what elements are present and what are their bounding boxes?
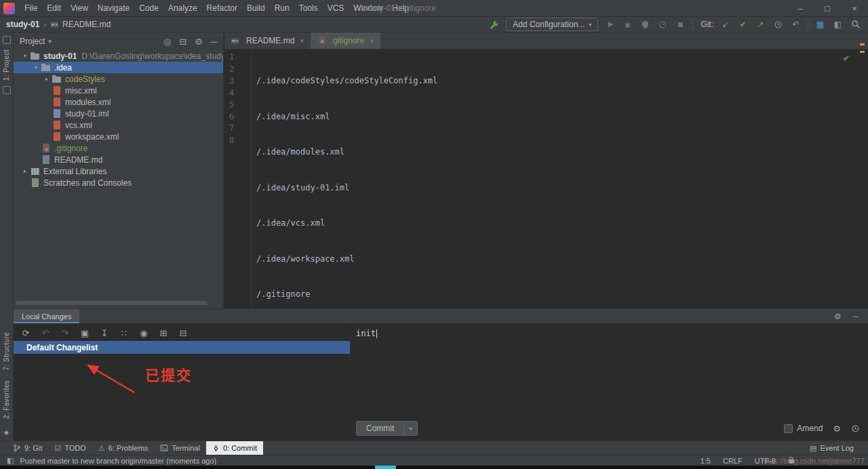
tree-item-external-libraries[interactable]: ▸ External Libraries [14,165,223,177]
project-panel-title[interactable]: Project [20,37,45,46]
stop-icon[interactable] [675,19,686,30]
encoding-indicator[interactable]: UTF-8 [755,457,776,465]
commit-button[interactable]: Commit [356,421,404,436]
tab-readme[interactable]: README.md × [224,33,311,49]
rollback-icon[interactable]: ↶ [790,19,802,30]
breadcrumb-project[interactable]: study-01 [6,20,39,29]
tree-item-readme[interactable]: README.md [14,154,223,165]
hide-panel-icon[interactable]: ─ [852,312,859,321]
commit-toolwindow-icon[interactable] [3,86,11,94]
tree-item-study-01-iml[interactable]: study-01.iml [14,108,223,119]
sidebar-item-favorites[interactable]: 2: Favorites [3,380,10,419]
close-icon[interactable]: × [370,37,374,45]
chevron-right-icon[interactable]: ▸ [42,76,52,82]
menu-vcs[interactable]: VCS [323,0,349,17]
toolbtn-git[interactable]: 9: Git [7,441,48,455]
menu-view[interactable]: View [66,0,93,17]
left-tool-stripe: 1: Project 7: Structure 2: Favorites ★ [0,33,14,441]
close-button[interactable]: × [841,0,868,17]
editor-tab-bar: README.md × .gitignore × [224,33,868,49]
menu-run[interactable]: Run [270,0,294,17]
search-icon[interactable] [850,19,861,30]
add-configuration-button[interactable]: Add Configuration... ▾ [506,18,598,31]
project-structure-icon[interactable]: ▦ [814,19,826,30]
git-update-icon[interactable]: ↙ [719,19,731,30]
git-commit-icon[interactable]: ✔ [737,19,749,30]
menu-tools[interactable]: Tools [294,0,323,17]
lock-icon[interactable] [788,456,795,466]
sidebar-item-structure[interactable]: 7: Structure [3,332,10,371]
gear-icon[interactable]: ⚙ [195,37,203,47]
menu-build[interactable]: Build [242,0,270,17]
toolbtn-terminal[interactable]: Terminal [154,441,206,455]
menu-refactor[interactable]: Refactor [202,0,242,17]
tree-item-workspace-xml[interactable]: workspace.xml [14,131,223,142]
toolbtn-event-log[interactable]: ▤ Event Log [804,441,860,455]
default-changelist-row[interactable]: Default Changelist [14,341,350,354]
toolwindow-toggle-icon[interactable]: ◧ [7,456,14,465]
preview-eye-icon[interactable]: ◉ [138,328,149,338]
chevron-down-icon[interactable]: ▾ [31,64,41,70]
coverage-icon[interactable] [639,19,651,30]
menu-analyze[interactable]: Analyze [163,0,202,17]
amend-checkbox[interactable] [784,424,793,433]
code-line: /.idea/study-01.iml [256,182,868,195]
tree-item-modules-xml[interactable]: modules.xml [14,96,223,108]
refresh-icon[interactable]: ⟳ [20,328,31,338]
chevron-right-icon[interactable]: ▸ [20,168,30,174]
menu-file[interactable]: File [20,0,42,17]
tree-item-misc-xml[interactable]: misc.xml [14,85,223,96]
tab-gitignore[interactable]: .gitignore × [311,33,380,49]
tree-item-vcs-xml[interactable]: vcs.xml [14,119,223,131]
gear-icon[interactable]: ⚙ [833,424,841,434]
toolbtn-todo[interactable]: ☑ TODO [48,441,92,455]
history-icon[interactable] [851,424,860,433]
tree-item-study-01[interactable]: ▾ study-01 D:\GarenGosling\workspace\ide… [14,50,223,62]
sidebar-item-project[interactable]: 1: Project [3,49,10,81]
horizontal-scrollbar[interactable] [16,301,208,305]
git-push-icon[interactable]: ↗ [755,19,766,30]
close-icon[interactable]: × [300,37,304,45]
run-icon[interactable] [604,19,616,30]
wrench-icon[interactable] [488,19,500,30]
commit-dropdown-button[interactable]: ▾ [404,421,418,436]
debug-icon[interactable] [622,19,633,30]
inspection-ok-icon[interactable]: ✔ [843,54,850,63]
collapse-all-icon[interactable]: ⊟ [179,37,186,47]
tree-item-label: .gitignore [54,144,87,153]
chevron-down-icon[interactable]: ▾ [20,53,30,59]
menu-edit[interactable]: Edit [42,0,66,17]
shelve-icon[interactable]: ↧ [99,328,110,338]
expand-all-icon[interactable]: ⊞ [158,328,169,338]
commit-message-input[interactable]: init [351,325,868,343]
tree-item-scratches[interactable]: Scratches and Consoles [14,177,223,188]
maximize-button[interactable]: □ [814,0,841,17]
breadcrumb-file[interactable]: README.md [62,20,111,29]
history-icon[interactable] [772,19,784,30]
project-toolwindow-icon[interactable] [3,36,11,44]
menu-navigate[interactable]: Navigate [93,0,134,17]
gear-icon[interactable]: ⚙ [834,312,842,321]
toolbtn-commit[interactable]: 0: Commit [206,441,263,455]
tree-item-codestyles[interactable]: ▸ codeStyles [14,73,223,85]
tree-item-gitignore[interactable]: .gitignore [14,142,223,154]
collapse-all-icon[interactable]: ⊟ [178,328,189,338]
hide-panel-icon[interactable]: ─ [211,37,217,47]
tab-local-changes[interactable]: Local Changes [14,309,79,323]
layout-icon[interactable]: ◧ [832,19,844,30]
project-panel: Project ▾ ◎ ⊟ ⚙ ─ ▾ study-01 D:\GarenGos… [14,33,224,308]
commit-icon[interactable]: ▣ [79,328,90,338]
profiler-icon[interactable] [657,19,669,30]
scrollbar-marker [860,43,865,45]
caret-position[interactable]: 1:5 [701,457,711,465]
line-ending-indicator[interactable]: CRLF [723,457,743,465]
menu-code[interactable]: Code [134,0,163,17]
undo-icon[interactable]: ↶ [40,328,51,338]
tree-item-idea[interactable]: ▾ .idea [14,62,223,73]
redo-icon[interactable]: ↷ [60,328,71,338]
star-icon[interactable]: ★ [3,428,10,437]
group-by-icon[interactable]: ∷ [119,328,130,338]
minimize-button[interactable]: – [787,0,814,17]
locate-file-icon[interactable]: ◎ [163,37,171,47]
toolbtn-problems[interactable]: ⚠ 6: Problems [92,441,155,455]
